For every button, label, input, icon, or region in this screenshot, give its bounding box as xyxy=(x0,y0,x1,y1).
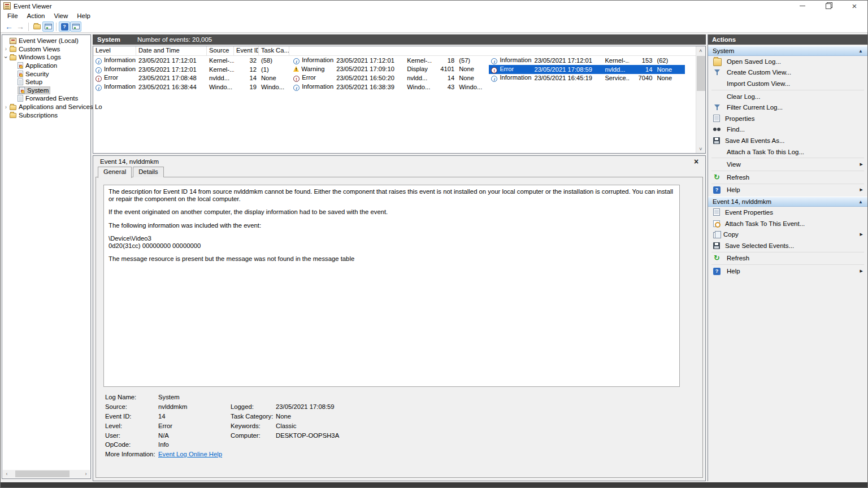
console-tree-icon xyxy=(45,24,52,29)
event-log-icon xyxy=(18,62,23,69)
forward-button[interactable] xyxy=(15,21,26,32)
source-cell: Service... xyxy=(602,75,630,81)
actions-header: Actions xyxy=(708,34,867,45)
help-icon xyxy=(61,23,68,30)
tree-label: Forwarded Events xyxy=(25,95,78,102)
action-import-custom-view[interactable]: Import Custom View... xyxy=(708,78,867,89)
show-action-pane-button[interactable] xyxy=(70,21,81,32)
tree-item-security[interactable]: Security xyxy=(2,69,90,78)
scrollbar-thumb[interactable] xyxy=(15,470,70,477)
restore-button[interactable] xyxy=(815,1,841,11)
event-id-cell: 43 xyxy=(432,84,457,90)
window-title: Event Viewer xyxy=(14,3,52,10)
action-open-saved-log[interactable]: Open Saved Log... xyxy=(708,56,867,67)
action-label: Help xyxy=(727,186,740,193)
action-label: Refresh xyxy=(727,255,749,262)
table-row[interactable]: Error 23/05/2021 17:08:48 nvldd... 14 No… xyxy=(93,74,289,82)
action-attach-task-to-log[interactable]: Attach a Task To this Log... xyxy=(708,146,867,158)
event-log-online-help-link[interactable]: Event Log Online Help xyxy=(158,451,231,457)
action-find[interactable]: Find... xyxy=(708,124,867,136)
user-value: N/A xyxy=(158,432,231,439)
collapse-icon[interactable] xyxy=(858,199,863,204)
event-description[interactable]: The description for Event ID 14 from sou… xyxy=(103,185,680,387)
menu-view[interactable]: View xyxy=(50,11,73,21)
actions-section-system[interactable]: System xyxy=(708,46,867,56)
filter-icon xyxy=(713,68,722,76)
table-row[interactable]: Information 23/05/2021 17:12:01 Kernel-.… xyxy=(291,56,487,64)
actions-separator xyxy=(711,252,864,252)
tree-horizontal-scrollbar[interactable]: ‹ › xyxy=(3,470,90,478)
source-cell: nvldd... xyxy=(405,75,432,81)
tree-item-forwarded-events[interactable]: Forwarded Events xyxy=(2,94,90,103)
close-button[interactable] xyxy=(841,1,867,11)
column-header-event-id[interactable]: Event ID xyxy=(234,46,259,55)
action-copy[interactable]: Copy xyxy=(708,229,867,240)
table-row[interactable]: Warning 23/05/2021 17:09:10 Display 4101… xyxy=(291,64,487,73)
action-view[interactable]: View xyxy=(708,159,867,170)
level-icon xyxy=(293,76,300,82)
action-help-event[interactable]: Help xyxy=(708,265,867,277)
column-header-task-category[interactable]: Task Ca... xyxy=(259,46,289,55)
help-button[interactable] xyxy=(59,21,70,32)
action-event-properties[interactable]: Event Properties xyxy=(708,207,867,218)
task-category-cell: Windo... xyxy=(259,84,289,90)
column-header-source[interactable]: Source xyxy=(207,46,234,55)
scroll-right-icon[interactable]: › xyxy=(82,470,90,478)
actions-separator xyxy=(711,171,864,171)
source-cell: Display xyxy=(405,66,432,72)
folder-icon xyxy=(10,55,16,60)
tree-item-windows-logs[interactable]: Windows Logs xyxy=(2,53,90,62)
action-help[interactable]: Help xyxy=(708,185,867,196)
show-console-tree-button[interactable] xyxy=(42,21,54,32)
level-value: Error xyxy=(158,422,231,429)
chevron-right-icon[interactable] xyxy=(2,46,10,52)
action-save-selected-events[interactable]: Save Selected Events... xyxy=(708,240,867,251)
close-detail-icon[interactable] xyxy=(692,157,701,166)
menu-help[interactable]: Help xyxy=(72,11,95,21)
table-row[interactable]: Error 23/05/2021 17:08:59 nvldd... 14 No… xyxy=(489,65,685,73)
action-refresh[interactable]: Refresh xyxy=(708,172,867,183)
table-row[interactable]: Information 23/05/2021 16:38:44 Windo...… xyxy=(93,82,289,91)
actions-section-event[interactable]: Event 14, nvlddmkm xyxy=(708,197,867,207)
scroll-down-icon[interactable]: ˅ xyxy=(699,145,702,153)
tree-item-system[interactable]: System xyxy=(2,86,90,95)
table-row[interactable]: Information 23/05/2021 16:38:39 Windo...… xyxy=(291,82,487,91)
table-row[interactable]: Information 23/05/2021 16:45:19 Service.… xyxy=(489,74,685,82)
level-icon xyxy=(96,67,102,73)
scroll-up-icon[interactable]: ˄ xyxy=(699,46,702,55)
chevron-right-icon[interactable] xyxy=(2,104,10,110)
tree-item-subscriptions[interactable]: Subscriptions xyxy=(2,111,90,119)
table-row[interactable]: Information 23/05/2021 17:12:01 Kernel-.… xyxy=(93,65,289,73)
minimize-button[interactable] xyxy=(789,1,815,11)
chevron-down-icon[interactable] xyxy=(3,54,9,61)
tree-item-applications-and-services-logs[interactable]: Applications and Services Lo xyxy=(2,103,90,111)
column-header-date[interactable]: Date and Time xyxy=(136,46,207,55)
action-create-custom-view[interactable]: Create Custom View... xyxy=(708,67,867,79)
column-header-level[interactable]: Level xyxy=(93,46,136,55)
tab-general[interactable]: General xyxy=(98,167,132,178)
table-row[interactable]: Error 23/05/2021 16:50:20 nvldd... 14 No… xyxy=(291,74,487,82)
tab-details[interactable]: Details xyxy=(133,167,164,177)
task-category-cell: None xyxy=(457,66,487,72)
tree-item-setup[interactable]: Setup xyxy=(2,78,90,86)
tree-item-application[interactable]: Application xyxy=(2,62,90,70)
action-clear-log[interactable]: Clear Log... xyxy=(708,91,867,102)
menu-file[interactable]: File xyxy=(3,11,23,21)
table-row[interactable]: Information 23/05/2021 17:12:01 Kernel-.… xyxy=(93,56,289,64)
action-attach-task-to-event[interactable]: Attach Task To This Event... xyxy=(708,218,867,229)
table-row[interactable]: Information 23/05/2021 17:12:01 Kernel-.… xyxy=(489,56,685,64)
back-button[interactable] xyxy=(3,21,15,32)
action-filter-current-log[interactable]: Filter Current Log... xyxy=(708,102,867,113)
tree-item-custom-views[interactable]: Custom Views xyxy=(2,45,90,54)
action-save-all-events-as[interactable]: Save All Events As... xyxy=(708,135,867,146)
tree-item-event-viewer-local[interactable]: Event Viewer (Local) xyxy=(2,37,90,45)
event-log-icon xyxy=(18,71,23,77)
collapse-icon[interactable] xyxy=(858,49,863,54)
scrollbar-thumb[interactable] xyxy=(697,56,705,91)
event-list-scrollbar[interactable]: ˄ ˅ xyxy=(696,46,705,153)
open-saved-log-button[interactable] xyxy=(31,21,42,32)
menu-action[interactable]: Action xyxy=(23,11,50,21)
action-refresh-event[interactable]: Refresh xyxy=(708,253,867,264)
scroll-left-icon[interactable]: ‹ xyxy=(3,470,11,478)
action-properties[interactable]: Properties xyxy=(708,113,867,124)
